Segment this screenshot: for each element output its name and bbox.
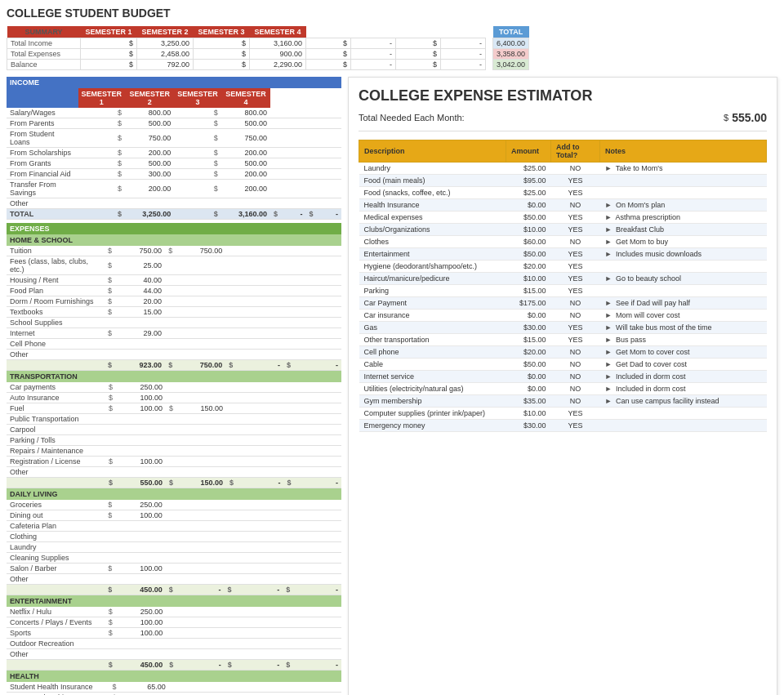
income-total-s1: 3,250.00 — [125, 209, 174, 220]
estimator-item-row: Car insurance $0.00 NO ► Mom will cover … — [359, 310, 767, 322]
estimator-panel: COLLEGE EXPENSE ESTIMATOR Total Needed E… — [348, 77, 777, 695]
dollar: $ — [242, 39, 246, 47]
total-income: 6,400.00 — [493, 38, 529, 49]
expense-item-row: Carpool — [7, 425, 341, 435]
estimator-item-row: Utilities (electricity/natural gas) $0.0… — [359, 383, 767, 395]
expense-item-row: Cleaning Supplies — [7, 553, 341, 564]
summary-table: SUMMARY SEMESTER 1 SEMESTER 2 SEMESTER 3… — [7, 26, 486, 70]
entertainment-total-row: $ 450.00 $ - $ - $ - — [7, 660, 341, 670]
balance-s2: 2,290.00 — [250, 60, 306, 70]
expense-item-row: Food Plan $ 44.00 — [7, 286, 341, 296]
income-item-row: From Student Loans $ 750.00 $ 750.00 — [7, 129, 341, 148]
total-expenses: 3,358.00 — [493, 49, 529, 60]
total-income-row: 6,400.00 — [493, 38, 529, 49]
estimator-item-row: Computer supplies (printer ink/paper) $1… — [359, 408, 767, 420]
transport-table: Car payments $ 250.00 Auto Insurance $ 1… — [7, 382, 341, 488]
expenses-s1: 2,458.00 — [137, 49, 194, 60]
dollar: $ — [433, 50, 437, 58]
home-school-header: HOME & SCHOOL — [7, 234, 341, 246]
total-table: TOTAL 6,400.00 3,358.00 3,042.00 — [492, 26, 529, 70]
estimator-item-row: Health Insurance $0.00 NO ► On Mom's pla… — [359, 199, 767, 212]
dollar: $ — [129, 50, 133, 58]
ent-total-s4: - — [293, 660, 341, 670]
income-section-header: INCOME — [7, 77, 341, 88]
transport-total-row: $ 550.00 $ 150.00 $ - $ - — [7, 478, 341, 488]
income-s3: - — [351, 38, 396, 49]
expense-item-row: Clothing — [7, 532, 341, 542]
total-expenses-row: 3,358.00 — [493, 49, 529, 60]
expense-item-row: Concerts / Plays / Events $ 100.00 — [7, 617, 341, 628]
expense-item-row: School Supplies — [7, 318, 341, 328]
estimator-item-row: Clothes $60.00 NO ► Get Mom to buy — [359, 236, 767, 248]
expense-item-row: Car payments $ 250.00 — [7, 382, 341, 393]
col-add-header: Add to Total? — [551, 140, 600, 163]
income-item-row: Other — [7, 198, 341, 209]
expense-item-row: Outdoor Recreation — [7, 639, 341, 649]
expense-item-row: Other — [7, 467, 341, 478]
ent-total-s2: - — [176, 660, 225, 670]
estimator-item-row: Food (main meals) $95.00 YES — [359, 175, 767, 187]
income-col-s1: SEMESTER 1 — [78, 88, 126, 108]
income-total-s2: 3,160.00 — [221, 209, 270, 220]
expense-item-row: Salon / Barber $ 100.00 — [7, 564, 341, 574]
tr-total-s1: 550.00 — [116, 478, 166, 488]
dollar: $ — [343, 39, 347, 47]
income-total-s3: - — [281, 209, 305, 220]
expense-item-row: Auto Insurance $ 100.00 — [7, 393, 341, 403]
income-col-s4: SEMESTER 4 — [221, 88, 270, 108]
hs-total-s2: 750.00 — [176, 360, 225, 371]
estimator-total-label: Total Needed Each Month: — [359, 113, 720, 123]
expense-item-row: Netflix / Hulu $ 250.00 — [7, 607, 341, 617]
dl-total-s3: - — [235, 585, 283, 595]
expense-item-row: Other — [7, 649, 341, 660]
page-title: COLLEGE STUDENT BUDGET — [7, 7, 777, 20]
estimator-item-row: Gym membership $35.00 NO ► Can use campu… — [359, 395, 767, 408]
income-total-row: TOTAL $ 3,250.00 $ 3,160.00 $ - $ - — [7, 209, 341, 220]
expense-item-row: Sports $ 100.00 — [7, 628, 341, 639]
total-balance: 3,042.00 — [493, 60, 529, 70]
expense-item-row: Fuel $ 100.00 $ 150.00 — [7, 403, 341, 414]
expense-item-row: Repairs / Maintenance — [7, 446, 341, 457]
summary-income-row: Total Income $ 3,250.00 $ 3,160.00 $ - $… — [7, 38, 486, 49]
summary-balance-row: Balance $ 792.00 $ 2,290.00 $ - $ - — [7, 60, 486, 70]
entertainment-header: ENTERTAINMENT — [7, 595, 341, 607]
expense-item-row: Registration / License $ 100.00 — [7, 457, 341, 467]
estimator-table: Description Amount Add to Total? Notes L… — [359, 140, 767, 432]
estimator-header-row: Description Amount Add to Total? Notes — [359, 140, 767, 163]
dl-total-s1: 450.00 — [115, 585, 166, 595]
income-item-row: From Scholarships $ 200.00 $ 200.00 — [7, 148, 341, 158]
estimator-total-line: Total Needed Each Month: $ 555.00 — [359, 111, 767, 131]
dollar: $ — [343, 60, 347, 69]
estimator-item-row: Haircut/manicure/pedicure $10.00 YES ► G… — [359, 273, 767, 285]
estimator-item-row: Cable $50.00 NO ► Get Dad to cover cost — [359, 359, 767, 371]
main-layout: INCOME SEMESTER 1 SEMESTER 2 SEMESTER 3 … — [7, 77, 777, 695]
balance-s3: - — [351, 60, 396, 70]
dollar: $ — [129, 39, 133, 47]
expense-item-row: Parking / Tolls — [7, 435, 341, 446]
estimator-item-row: Food (snacks, coffee, etc.) $25.00 YES — [359, 187, 767, 199]
income-item-row: Salary/Wages $ 800.00 $ 800.00 — [7, 108, 341, 118]
hs-total-s3: - — [236, 360, 283, 371]
col-amount-header: Amount — [506, 140, 551, 163]
transport-header: TRANSPORTATION — [7, 371, 341, 382]
estimator-item-row: Parking $15.00 YES — [359, 285, 767, 297]
daily-table: Groceries $ 250.00 Dining out $ 100.00 C… — [7, 500, 341, 595]
entertainment-table: Netflix / Hulu $ 250.00 Concerts / Plays… — [7, 607, 341, 670]
income-item-row: From Parents $ 500.00 $ 500.00 — [7, 118, 341, 129]
sem2-header: SEMESTER 2 — [137, 26, 194, 38]
estimator-item-row: Gas $30.00 YES ► Will take bus most of t… — [359, 322, 767, 334]
income-total-s4: - — [317, 209, 342, 220]
daily-header: DAILY LIVING — [7, 488, 341, 500]
health-table: Student Health Insurance $ 65.00 Gym mem… — [7, 682, 341, 695]
ent-total-s3: - — [235, 660, 283, 670]
expense-item-row: Gym membership $ 20.00 — [7, 693, 341, 696]
expenses-section-header: EXPENSES — [7, 223, 341, 234]
income-item-row: From Grants $ 500.00 $ 500.00 — [7, 158, 341, 169]
income-col-s2: SEMESTER 2 — [125, 88, 174, 108]
expense-item-row: Laundry — [7, 542, 341, 553]
dollar: $ — [343, 50, 347, 58]
estimator-item-row: Entertainment $50.00 YES ► Includes musi… — [359, 248, 767, 261]
home-school-table: Tuition $ 750.00 $ 750.00 Fees (class, l… — [7, 246, 341, 371]
col-notes-header: Notes — [600, 140, 767, 163]
expense-item-row: Other — [7, 350, 341, 360]
